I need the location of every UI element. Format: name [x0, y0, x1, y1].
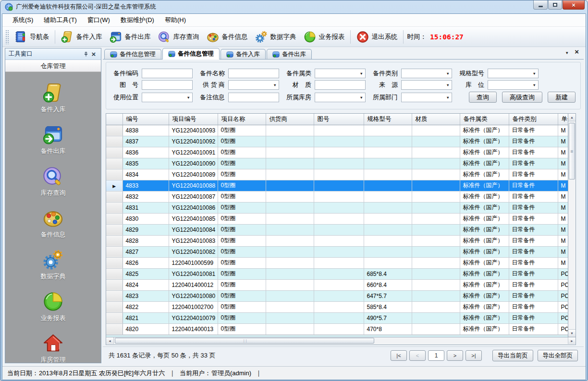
cell-project-name[interactable]: 0型圈 [218, 213, 266, 224]
cell-spec[interactable] [364, 136, 412, 147]
row-indicator[interactable] [106, 290, 122, 301]
cell-type[interactable]: 日常备件 [509, 224, 558, 235]
table-row[interactable]: 4831 YG12204010086 0型圈 标准件（国产） 日常备件 M [106, 202, 568, 213]
cell-no[interactable]: 4834 [122, 169, 169, 180]
cell-material[interactable] [412, 125, 460, 136]
cell-material[interactable] [412, 257, 460, 268]
row-indicator[interactable] [106, 136, 122, 147]
menu-item[interactable]: 数据维护(D) [115, 14, 159, 26]
cell-category[interactable]: 标准件（国产） [460, 312, 509, 323]
cell-unit[interactable]: PC [558, 323, 568, 334]
chevron-down-icon[interactable] [565, 48, 569, 56]
sidebar-item[interactable]: 备件入库 [12, 82, 94, 114]
cell-unit[interactable]: M [558, 180, 568, 191]
table-row[interactable]: 4829 YG12204010084 0型圈 标准件（国产） 日常备件 M [106, 224, 568, 235]
cell-spec[interactable]: 685*8.4 [364, 268, 412, 279]
cell-drawing-no[interactable] [314, 136, 364, 147]
pagination-button[interactable]: |< [391, 350, 407, 361]
row-indicator[interactable] [106, 202, 122, 213]
cell-supplier[interactable] [266, 312, 314, 323]
cell-supplier[interactable] [266, 246, 314, 257]
cell-category[interactable]: 标准件（国产） [460, 290, 509, 301]
cell-project-no[interactable]: YG12204010080 [169, 290, 218, 301]
field-select[interactable] [401, 69, 452, 78]
cell-drawing-no[interactable] [314, 246, 364, 257]
tab[interactable]: 备件信息管理 [104, 49, 161, 59]
row-indicator[interactable] [106, 125, 122, 136]
cell-material[interactable] [412, 136, 460, 147]
field-select[interactable] [142, 93, 193, 102]
col-header-drawing-no[interactable]: 图号 [314, 114, 364, 125]
cell-material[interactable] [412, 191, 460, 202]
sidebar-item[interactable]: 数据字典 [12, 249, 94, 281]
cell-spec[interactable] [364, 202, 412, 213]
sidebar-item[interactable]: 备件信息 [12, 207, 94, 239]
cell-type[interactable]: 日常备件 [509, 290, 558, 301]
cell-no[interactable]: 4838 [122, 125, 169, 136]
sidebar-close-icon[interactable] [90, 50, 98, 58]
horizontal-scroll-thumb[interactable] [115, 338, 374, 344]
cell-no[interactable]: 4831 [122, 202, 169, 213]
pagination-button[interactable]: > [447, 350, 463, 361]
cell-unit[interactable]: PC [558, 279, 568, 290]
cell-unit[interactable]: M [558, 136, 568, 147]
table-row[interactable]: 4822 1220401002700 0型圈 585*8.4 标准件（国产） 日… [106, 301, 568, 312]
pagination-button[interactable]: >| [466, 350, 482, 361]
cell-drawing-no[interactable] [314, 213, 364, 224]
table-row[interactable]: 4833 YG12204010088 0型圈 标准件（国产） 日常备件 M [106, 180, 568, 191]
cell-unit[interactable]: M [558, 246, 568, 257]
cell-unit[interactable]: M [558, 235, 568, 246]
row-indicator[interactable] [106, 191, 122, 202]
cell-drawing-no[interactable] [314, 301, 364, 312]
cell-type[interactable]: 日常备件 [509, 125, 558, 136]
cell-no[interactable]: 4836 [122, 147, 169, 158]
cell-type[interactable]: 日常备件 [509, 246, 558, 257]
cell-project-no[interactable]: 1220401400012 [169, 279, 218, 290]
cell-category[interactable]: 标准件（国产） [460, 136, 509, 147]
cell-supplier[interactable] [266, 147, 314, 158]
advanced-query-button[interactable]: 高级查询 [502, 92, 542, 103]
col-header-category[interactable]: 备件属类 [460, 114, 509, 125]
cell-unit[interactable]: PC [558, 312, 568, 323]
tab[interactable]: 备件信息管理 [162, 48, 220, 60]
field-input[interactable] [142, 69, 193, 78]
cell-no[interactable]: 4827 [122, 246, 169, 257]
cell-supplier[interactable] [266, 257, 314, 268]
cell-type[interactable]: 日常备件 [509, 323, 558, 334]
field-input[interactable] [142, 80, 193, 90]
col-header-type[interactable]: 备件类别 [509, 114, 558, 125]
row-indicator[interactable] [106, 268, 122, 279]
cell-unit[interactable]: M [558, 213, 568, 224]
cell-material[interactable] [412, 213, 460, 224]
cell-type[interactable]: 日常备件 [509, 213, 558, 224]
cell-no[interactable]: 4821 [122, 312, 169, 323]
field-input[interactable] [228, 69, 279, 78]
toolbar-button[interactable]: 退出系统 [353, 29, 401, 45]
cell-spec[interactable] [364, 224, 412, 235]
cell-supplier[interactable] [266, 202, 314, 213]
row-indicator[interactable] [106, 323, 122, 334]
cell-project-no[interactable]: YG12204010090 [169, 158, 218, 169]
cell-category[interactable]: 标准件（国产） [460, 246, 509, 257]
toolbar-button[interactable]: 备件出库 [106, 29, 154, 45]
cell-supplier[interactable] [266, 279, 314, 290]
cell-supplier[interactable] [266, 191, 314, 202]
cell-spec[interactable] [364, 180, 412, 191]
cell-project-no[interactable]: YG12204010086 [169, 202, 218, 213]
toolbar-button[interactable]: 备件信息 [203, 29, 251, 45]
row-indicator[interactable] [106, 257, 122, 268]
cell-drawing-no[interactable] [314, 180, 364, 191]
cell-project-name[interactable]: 0型圈 [218, 169, 266, 180]
cell-spec[interactable] [364, 235, 412, 246]
col-header-material[interactable]: 材质 [412, 114, 460, 125]
cell-category[interactable]: 标准件（国产） [460, 235, 509, 246]
cell-type[interactable]: 日常备件 [509, 191, 558, 202]
cell-project-no[interactable]: YG12204010087 [169, 191, 218, 202]
row-indicator[interactable] [106, 213, 122, 224]
table-row[interactable]: 4830 YG12204010085 0型圈 标准件（国产） 日常备件 M [106, 213, 568, 224]
cell-project-no[interactable]: YG12204010083 [169, 235, 218, 246]
cell-project-no[interactable]: YG12204010079 [169, 312, 218, 323]
cell-drawing-no[interactable] [314, 312, 364, 323]
cell-project-no[interactable]: YG12204010085 [169, 213, 218, 224]
cell-type[interactable]: 日常备件 [509, 257, 558, 268]
